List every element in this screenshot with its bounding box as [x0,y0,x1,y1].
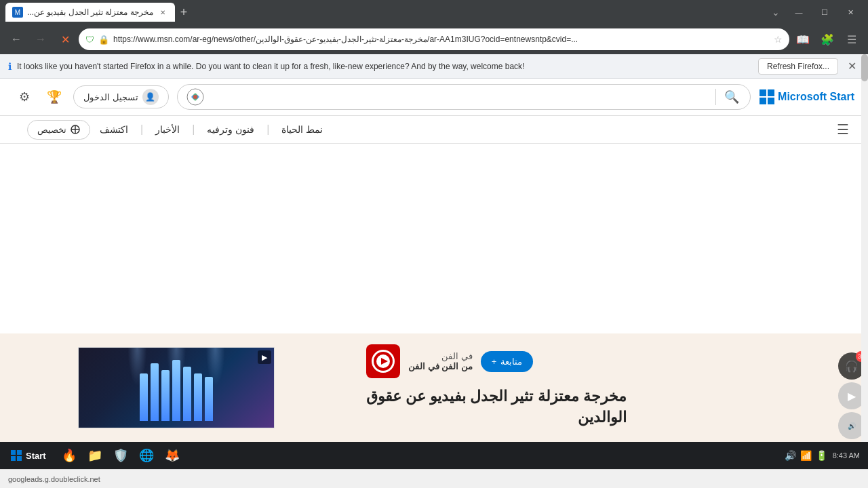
customize-icon [71,125,80,134]
maximize-button[interactable]: ☐ [812,0,837,24]
login-button[interactable]: 👤 تسجيل الدخول [73,85,169,108]
channel-logo-inner [372,350,395,373]
refresh-firefox-button[interactable]: Refresh Firefox... [758,58,838,75]
msn-header: ⚙ 🏆 👤 تسجيل الدخول 🔍 [0,79,868,116]
security-icon: 🛡 [85,35,94,45]
plus-icon: + [492,357,497,367]
taskbar-app-explorer[interactable]: 📁 [83,445,107,466]
channel-name: من الفن في الفن [408,361,473,371]
svg-rect-7 [768,98,774,104]
channel-name-area: في الفن من الفن في الفن [408,351,473,371]
nav-links: نمط الحياة | فنون وترفيه | الأخبار | اكت… [90,116,332,143]
channel-subtitle: في الفن [408,351,473,361]
settings-button[interactable]: ⚙ [14,86,35,108]
window-controls: — ☐ ✕ [787,0,863,24]
tray-icons: 🔊 📶 🔋 [785,450,827,461]
navigation-bar: ← → ✕ 🛡 🔒 https://www.msn.com/ar-eg/news… [0,24,868,54]
tray-network-icon[interactable]: 📶 [800,450,812,461]
start-icon [11,450,22,461]
nav-link-discover[interactable]: اكتشف [90,116,138,143]
nav-menu-button[interactable]: ☰ [831,116,854,143]
rewards-button[interactable]: 🏆 [43,86,65,108]
status-url: googleads.g.doubleclick.net [8,475,100,483]
scrollbar[interactable] [861,54,868,442]
reading-view-button[interactable]: 📖 [792,28,814,50]
tab-title: مخرجة معتزلة تثير الجدل بفيديو عن... [27,7,153,17]
advertisement: ▶ [78,347,275,428]
minimize-button[interactable]: — [787,0,811,24]
msn-navigation: ☰ نمط الحياة | فنون وترفيه | الأخبار | ا… [0,116,868,144]
nav-link-news[interactable]: الأخبار [146,116,189,143]
taskbar: Start 🔥 📁 🛡️ 🌐 🦊 🔊 📶 🔋 8:43 AM [0,442,868,469]
copilot-icon [186,87,205,106]
svg-rect-6 [760,98,766,104]
close-button[interactable]: ✕ [838,0,863,24]
bottom-section: ▶ متابعة + في الفن من الفن في الفن [0,333,868,442]
login-label: تسجيل الدخول [83,92,138,102]
title-bar: M مخرجة معتزلة تثير الجدل بفيديو عن... ✕… [0,0,868,24]
start-button[interactable]: Start [3,447,54,464]
follow-button[interactable]: متابعة + [481,351,534,372]
channel-header: متابعة + في الفن من الفن في الفن [366,344,533,378]
address-bar[interactable]: 🛡 🔒 https://www.msn.com/ar-eg/news/other… [79,28,789,50]
avatar: 👤 [142,89,159,105]
customize-label: تخصيص [37,125,66,135]
reload-button[interactable]: ✕ [54,28,76,50]
svg-rect-15 [17,450,22,455]
system-time: 8:43 AM [833,451,860,460]
info-icon: ℹ [8,61,12,72]
url-text: https://www.msn.com/ar-eg/news/other/مخر… [113,35,770,44]
tab-bar: M مخرجة معتزلة تثير الجدل بفيديو عن... ✕… [5,3,765,22]
taskbar-app-firefox[interactable]: 🔥 [57,445,81,466]
nav-link-lifestyle[interactable]: نمط الحياة [272,116,332,143]
main-content [0,144,868,333]
scrollbar-thumb[interactable] [861,54,868,81]
nav-link-arts[interactable]: فنون وترفيه [197,116,264,143]
start-label: Start [26,451,46,461]
channel-logo-icon [373,351,393,371]
follow-label: متابعة [500,357,522,367]
menu-button[interactable]: ☰ [841,28,863,50]
notification-bar: ℹ It looks like you haven't started Fire… [0,54,868,79]
back-button[interactable]: ← [5,28,27,50]
active-tab[interactable]: M مخرجة معتزلة تثير الجدل بفيديو عن... ✕ [5,3,175,22]
tray-battery-icon[interactable]: 🔋 [816,450,827,461]
svg-rect-16 [11,456,16,461]
lock-icon: 🔒 [98,35,109,45]
taskbar-app-browser[interactable]: 🌐 [134,445,159,466]
taskbar-app-security[interactable]: 🛡️ [108,445,133,466]
spotlight-effect [79,348,274,428]
tab-favicon: M [12,7,23,18]
article-info: متابعة + في الفن من الفن في الفن [353,333,868,442]
msn-header-left: ⚙ 🏆 👤 تسجيل الدخول [14,85,169,108]
svg-rect-14 [11,450,16,455]
taskbar-tray: 🔊 📶 🔋 8:43 AM [779,450,865,461]
customize-button[interactable]: تخصيص [27,120,90,140]
svg-rect-17 [17,456,22,461]
extensions-button[interactable]: 🧩 [816,28,838,50]
ad-image [79,348,274,428]
notification-text: It looks like you haven't started Firefo… [17,62,753,71]
tab-close-button[interactable]: ✕ [157,7,168,18]
tray-volume-icon[interactable]: 🔊 [785,450,796,461]
ad-area: ▶ [0,333,353,442]
page-content: ⚙ 🏆 👤 تسجيل الدخول 🔍 [0,79,868,460]
forward-button[interactable]: → [30,28,52,50]
new-tab-button[interactable]: + [175,3,193,22]
svg-rect-4 [760,89,766,96]
ad-close-button[interactable]: ▶ [258,350,271,364]
svg-rect-5 [768,89,774,96]
notification-close-button[interactable]: ✕ [844,58,860,75]
search-bar[interactable]: 🔍 [177,84,751,110]
channel-logo [366,344,400,378]
search-button[interactable]: 🔍 [722,87,742,107]
msn-logo-text: Microsoft Start [778,91,854,103]
msn-logo: Microsoft Start [759,89,854,105]
search-input[interactable] [210,92,710,102]
bookmark-icon[interactable]: ☆ [774,34,783,45]
svg-text:M: M [15,9,20,16]
windows-icon [759,89,775,105]
tab-list-chevron[interactable]: ⌄ [768,7,784,18]
taskbar-app-firefox2[interactable]: 🦊 [160,445,184,466]
taskbar-apps: 🔥 📁 🛡️ 🌐 🦊 [54,445,779,466]
